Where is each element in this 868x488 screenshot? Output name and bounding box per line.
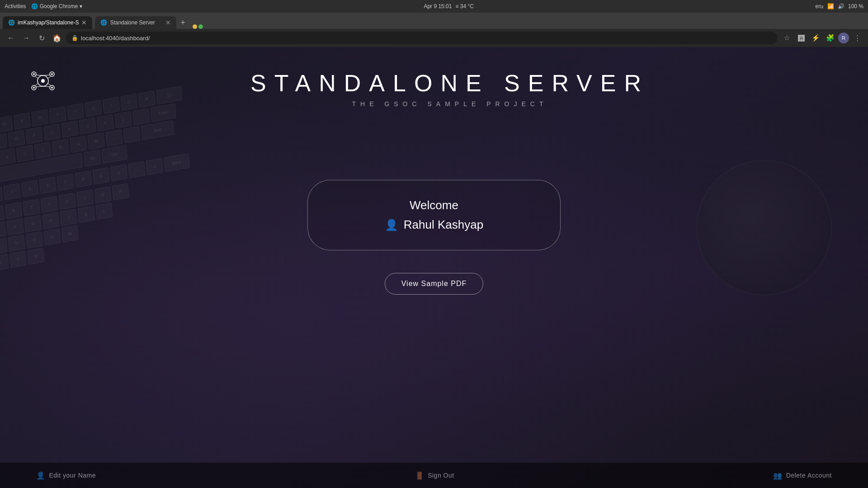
volume-icon: 🔊: [838, 3, 844, 9]
back-button[interactable]: ←: [5, 32, 17, 44]
os-bar-left: Activities 🌐 Google Chrome ▾: [5, 3, 82, 9]
chrome-toolbar: ← → ↻ 🏠 🔒 localhost:4040/dashboard/ ☆ 🅰 …: [0, 29, 868, 47]
menu-button[interactable]: ⋮: [851, 32, 863, 44]
title-section: STANDALONE SERVER THE GSOC SAMPLE PROJEC…: [59, 65, 841, 108]
tab-favicon-1: 🌐: [8, 19, 15, 26]
svg-line-14: [35, 76, 38, 79]
user-name: Rahul Kashyap: [404, 218, 483, 232]
home-button[interactable]: 🏠: [51, 32, 63, 44]
page-title: STANDALONE SERVER: [250, 70, 649, 97]
svg-line-17: [47, 83, 51, 85]
page-content: TabQWERTYUIOP[ ] CapsASDFGHJKL;Enter Shi…: [0, 47, 868, 488]
address-bar[interactable]: 🔒 localhost:4040/dashboard/: [66, 32, 778, 44]
dot-yellow: [193, 24, 197, 29]
extension-btn-1[interactable]: 🅰: [795, 32, 807, 44]
dot-green: [198, 24, 203, 29]
activities-label[interactable]: Activities: [5, 3, 26, 9]
user-row: 👤 Rahul Kashyap: [385, 218, 483, 232]
svg-line-15: [47, 76, 51, 79]
svg-point-5: [51, 73, 53, 75]
lock-icon: 🔒: [71, 35, 78, 41]
svg-line-16: [35, 83, 38, 85]
svg-point-7: [33, 87, 35, 89]
tab-indicator: [193, 24, 203, 29]
chrome-titlebar: 🌐 imKashyap/Standalone-S ✕ 🌐 Standalone …: [0, 13, 868, 29]
network-icon: 📶: [827, 3, 834, 9]
tab-active[interactable]: 🌐 imKashyap/Standalone-S ✕: [3, 16, 92, 29]
tab-favicon-2: 🌐: [100, 19, 107, 26]
page-header: STANDALONE SERVER THE GSOC SAMPLE PROJEC…: [0, 47, 868, 108]
svg-point-3: [33, 73, 35, 75]
page-subtitle: THE GSOC SAMPLE PROJECT: [352, 100, 547, 108]
welcome-text: Welcome: [410, 198, 458, 212]
battery-label: 100 %: [848, 3, 863, 9]
datetime-label: Apr 9 15:01: [424, 3, 452, 9]
browser-label[interactable]: 🌐 Google Chrome ▾: [31, 3, 82, 9]
svg-line-10: [36, 75, 43, 75]
user-icon: 👤: [385, 219, 398, 231]
forward-button[interactable]: →: [20, 32, 33, 44]
svg-line-12: [36, 86, 43, 87]
bookmark-button[interactable]: ☆: [780, 32, 793, 44]
svg-line-11: [43, 75, 50, 75]
os-bar-right: en₂ 📶 🔊 100 %: [816, 3, 863, 9]
tab-inactive[interactable]: 🌐 Standalone Server ✕: [95, 16, 176, 29]
os-bar: Activities 🌐 Google Chrome ▾ Apr 9 15:01…: [0, 0, 868, 13]
tab-label-2: Standalone Server: [110, 19, 155, 26]
os-bar-center: Apr 9 15:01 ≡ 34 °C: [424, 3, 474, 9]
welcome-card: Welcome 👤 Rahul Kashyap: [307, 180, 561, 250]
temperature-label: ≡ 34 °C: [455, 3, 473, 9]
svg-point-1: [41, 79, 45, 83]
tab-close-2[interactable]: ✕: [165, 19, 171, 26]
language-label[interactable]: en₂: [816, 3, 824, 9]
view-pdf-button[interactable]: View Sample PDF: [385, 273, 484, 295]
main-content: STANDALONE SERVER THE GSOC SAMPLE PROJEC…: [0, 47, 868, 488]
url-text: localhost:4040/dashboard/: [81, 35, 150, 42]
profile-button[interactable]: R: [838, 33, 849, 43]
new-tab-button[interactable]: +: [176, 16, 189, 29]
svg-line-13: [43, 86, 50, 87]
toolbar-right: ☆ 🅰 ⚡ 🧩 R ⋮: [780, 32, 863, 44]
reload-button[interactable]: ↻: [35, 32, 48, 44]
tab-label-1: imKashyap/Standalone-S: [18, 19, 79, 26]
extension-btn-2[interactable]: ⚡: [809, 32, 822, 44]
app-logo: [27, 65, 59, 97]
extensions-button[interactable]: 🧩: [824, 32, 836, 44]
svg-point-9: [51, 87, 53, 89]
tab-close-1[interactable]: ✕: [81, 19, 87, 26]
